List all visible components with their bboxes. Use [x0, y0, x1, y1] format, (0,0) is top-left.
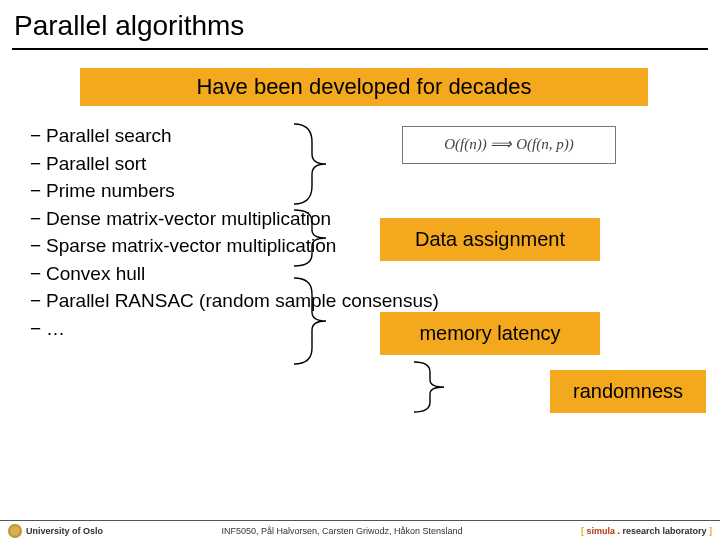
list-item-label: Convex hull — [46, 260, 145, 288]
footer-lab: [ simula . research laboratory ] — [581, 526, 712, 536]
bullet-dash-icon: − — [30, 232, 46, 260]
list-item-label: Parallel sort — [46, 150, 146, 178]
list-item: − Convex hull — [30, 260, 720, 288]
tag-data-assignment: Data assignment — [380, 218, 600, 261]
bullet-dash-icon: − — [30, 122, 46, 150]
list-item-label: Prime numbers — [46, 177, 175, 205]
bullet-dash-icon: − — [30, 205, 46, 233]
slide-title: Parallel algorithms — [0, 0, 720, 46]
footer-brand-simula: simula — [586, 526, 615, 536]
brace-icon — [408, 360, 448, 414]
university-seal-icon — [8, 524, 22, 538]
list-item-label: Parallel search — [46, 122, 172, 150]
bullet-dash-icon: − — [30, 177, 46, 205]
brace-icon — [288, 208, 328, 268]
tag-randomness: randomness — [550, 370, 706, 413]
footer-bar: University of Oslo INF5050, Pål Halvorse… — [0, 520, 720, 540]
list-item: − Sparse matrix-vector multiplication — [30, 232, 720, 260]
bracket-close-icon: ] — [707, 526, 713, 536]
footer-course-info: INF5050, Pål Halvorsen, Carsten Griwodz,… — [103, 526, 581, 536]
list-item-label: Parallel RANSAC (random sample consensus… — [46, 287, 439, 315]
content-area: − Parallel search − Parallel sort − Prim… — [30, 122, 720, 342]
title-underline — [12, 48, 708, 50]
footer-university: University of Oslo — [26, 526, 103, 536]
list-item: − Parallel sort — [30, 150, 720, 178]
footer-brand-lab: research laboratory — [622, 526, 706, 536]
list-item: − Dense matrix-vector multiplication — [30, 205, 720, 233]
list-item-label: … — [46, 315, 65, 343]
brace-icon — [288, 276, 328, 366]
brace-icon — [288, 122, 328, 206]
bullet-dash-icon: − — [30, 260, 46, 288]
footer-left: University of Oslo — [8, 524, 103, 538]
list-item: − Prime numbers — [30, 177, 720, 205]
headline-banner: Have been developed for decades — [80, 68, 648, 106]
list-item: − Parallel search — [30, 122, 720, 150]
list-item: − Parallel RANSAC (random sample consens… — [30, 287, 720, 315]
bullet-dash-icon: − — [30, 315, 46, 343]
list-item: − … — [30, 315, 720, 343]
bullet-dash-icon: − — [30, 287, 46, 315]
complexity-formula: O(f(n)) ⟹ O(f(n, p)) — [402, 126, 616, 164]
tag-memory-latency: memory latency — [380, 312, 600, 355]
bullet-dash-icon: − — [30, 150, 46, 178]
